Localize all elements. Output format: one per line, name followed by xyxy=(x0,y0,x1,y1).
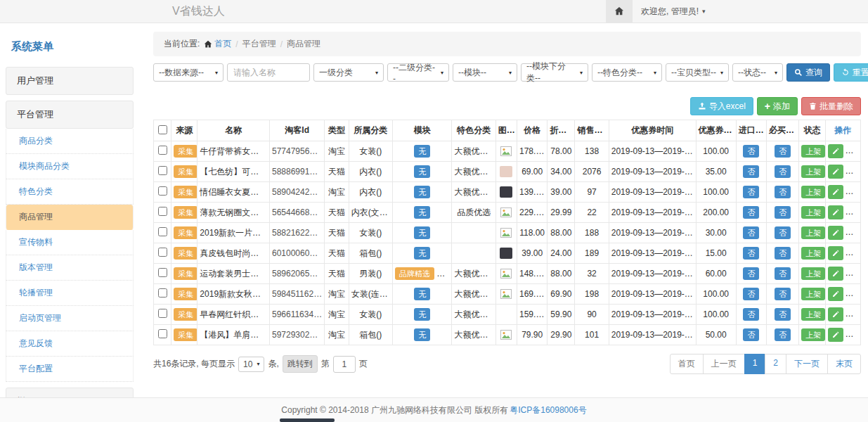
row-checkbox[interactable] xyxy=(158,146,167,155)
horizontal-scrollbar-thumb[interactable] xyxy=(280,418,335,422)
page-number-button[interactable]: 2 xyxy=(765,354,786,374)
row-checkbox[interactable] xyxy=(158,186,167,196)
row-checkbox[interactable] xyxy=(158,227,167,236)
jump-button[interactable]: 跳转到 xyxy=(283,355,318,373)
status-badge[interactable]: 上架 xyxy=(801,267,825,280)
status-badge[interactable]: 上架 xyxy=(801,145,825,158)
coupon-amount: 100.00 xyxy=(696,305,736,325)
import-select-badge[interactable]: 否 xyxy=(743,165,759,178)
coupon-amount: 60.00 xyxy=(696,264,736,284)
icp-link[interactable]: 粤ICP备16098006号 xyxy=(510,404,586,416)
sidebar-sub-item[interactable]: 模块商品分类 xyxy=(6,154,134,179)
must-buy-badge[interactable]: 否 xyxy=(775,206,791,219)
sidebar-sub-item[interactable]: 特色分类 xyxy=(6,179,134,205)
import-select-badge[interactable]: 否 xyxy=(743,226,759,239)
add-button[interactable]: + 添加 xyxy=(757,97,798,115)
select-all-checkbox[interactable] xyxy=(158,125,167,134)
user-menu[interactable]: 欢迎您, 管理员! ▾ xyxy=(633,0,714,23)
must-buy-badge[interactable]: 否 xyxy=(775,186,791,198)
batch-delete-button[interactable]: 批量删除 xyxy=(801,97,861,115)
import-select-badge[interactable]: 否 xyxy=(743,267,759,280)
row-checkbox[interactable] xyxy=(158,268,167,277)
row-checkbox[interactable] xyxy=(158,309,167,318)
must-buy-badge[interactable]: 否 xyxy=(775,165,791,178)
sidebar-sub-item[interactable]: 商品分类 xyxy=(6,129,134,154)
row-checkbox[interactable] xyxy=(158,207,167,216)
product-category: 内衣(文胸) xyxy=(349,203,392,223)
must-buy-badge[interactable]: 否 xyxy=(775,328,791,341)
import-select-badge[interactable]: 否 xyxy=(743,186,759,198)
edit-button[interactable] xyxy=(828,246,843,260)
must-buy-badge[interactable]: 否 xyxy=(775,288,791,300)
status-badge[interactable]: 上架 xyxy=(801,328,825,341)
column-header: 来源 xyxy=(171,120,197,141)
next-page-button[interactable]: 下一页 xyxy=(786,354,828,374)
page-number-button[interactable]: 1 xyxy=(744,354,766,374)
home-button[interactable] xyxy=(606,0,633,23)
prev-page-button[interactable]: 上一页 xyxy=(703,354,745,374)
sidebar-sub-item[interactable]: 启动页管理 xyxy=(6,306,134,331)
edit-button[interactable] xyxy=(828,267,843,281)
status-badge[interactable]: 上架 xyxy=(801,226,825,239)
status-badge[interactable]: 上架 xyxy=(801,288,825,300)
import-excel-button[interactable]: 导入excel xyxy=(690,97,753,115)
status-badge[interactable]: 上架 xyxy=(801,247,825,260)
status-badge[interactable]: 上架 xyxy=(801,165,825,178)
name-input[interactable] xyxy=(227,63,310,82)
module-subcategory-select[interactable]: --模块下分类--▾ xyxy=(521,63,588,82)
status-badge[interactable]: 上架 xyxy=(801,206,825,219)
must-buy-badge[interactable]: 否 xyxy=(775,308,791,321)
import-select-badge[interactable]: 否 xyxy=(743,288,759,300)
sidebar-sub-item[interactable]: 平台配置 xyxy=(6,357,134,382)
price: 79.90 xyxy=(517,325,548,345)
must-buy-badge[interactable]: 否 xyxy=(775,145,791,158)
import-select-badge[interactable]: 否 xyxy=(743,145,759,158)
row-checkbox[interactable] xyxy=(158,166,167,175)
edit-button[interactable] xyxy=(828,328,843,342)
row-checkbox[interactable] xyxy=(158,329,167,338)
sidebar-sub-item[interactable]: 版本管理 xyxy=(6,255,134,281)
import-select-badge[interactable]: 否 xyxy=(743,308,759,321)
level2-category-select[interactable]: --二级分类--▾ xyxy=(387,63,449,82)
first-page-button[interactable]: 首页 xyxy=(670,354,704,374)
breadcrumb-home-link[interactable]: 首页 xyxy=(204,38,231,50)
must-buy-badge[interactable]: 否 xyxy=(775,226,791,239)
edit-button[interactable] xyxy=(828,144,843,158)
edit-button[interactable] xyxy=(828,307,843,321)
column-header: 优惠券金额 xyxy=(696,120,736,141)
sidebar-sub-item[interactable]: 意见反馈 xyxy=(6,331,134,357)
sidebar-sub-item[interactable]: 轮播管理 xyxy=(6,281,134,306)
sidebar-group-item[interactable]: 平台管理 xyxy=(6,101,134,129)
feature-category-select[interactable]: --特色分类--▾ xyxy=(592,63,662,82)
data-source-select[interactable]: --数据来源--▾ xyxy=(153,63,224,82)
edit-button[interactable] xyxy=(828,226,843,240)
edit-button[interactable] xyxy=(828,287,843,301)
import-select-badge[interactable]: 否 xyxy=(743,247,759,260)
level1-category-select[interactable]: 一级分类▾ xyxy=(313,63,384,82)
row-checkbox[interactable] xyxy=(158,248,167,257)
sidebar-sub-item[interactable]: 宣传物料 xyxy=(6,230,134,255)
edit-button[interactable] xyxy=(828,165,843,179)
page-jump-input[interactable] xyxy=(333,356,356,373)
module-badge: 无 xyxy=(414,226,430,239)
edit-button[interactable] xyxy=(828,185,843,199)
search-button[interactable]: 查询 xyxy=(786,63,830,82)
must-buy-badge[interactable]: 否 xyxy=(775,267,791,280)
per-page-select[interactable]: 10▾ xyxy=(238,357,264,372)
import-select-badge[interactable]: 否 xyxy=(743,328,759,341)
status-badge[interactable]: 上架 xyxy=(801,308,825,321)
sidebar-sub-item[interactable]: 商品管理 xyxy=(6,205,134,230)
import-select-badge[interactable]: 否 xyxy=(743,206,759,219)
status-badge[interactable]: 上架 xyxy=(801,186,825,198)
edit-button[interactable] xyxy=(828,205,843,219)
must-buy-badge[interactable]: 否 xyxy=(775,247,791,260)
product-category: 女装() xyxy=(349,305,392,325)
reset-button[interactable]: 重置 xyxy=(834,63,868,82)
item-type-select[interactable]: --宝贝类型--▾ xyxy=(666,63,729,82)
image-placeholder-icon xyxy=(500,228,512,238)
module-select[interactable]: --模块--▾ xyxy=(453,63,517,82)
row-checkbox[interactable] xyxy=(158,288,167,298)
last-page-button[interactable]: 末页 xyxy=(827,354,861,374)
sidebar-group-item[interactable]: 用户管理 xyxy=(6,67,134,95)
status-select[interactable]: --状态--▾ xyxy=(732,63,783,82)
